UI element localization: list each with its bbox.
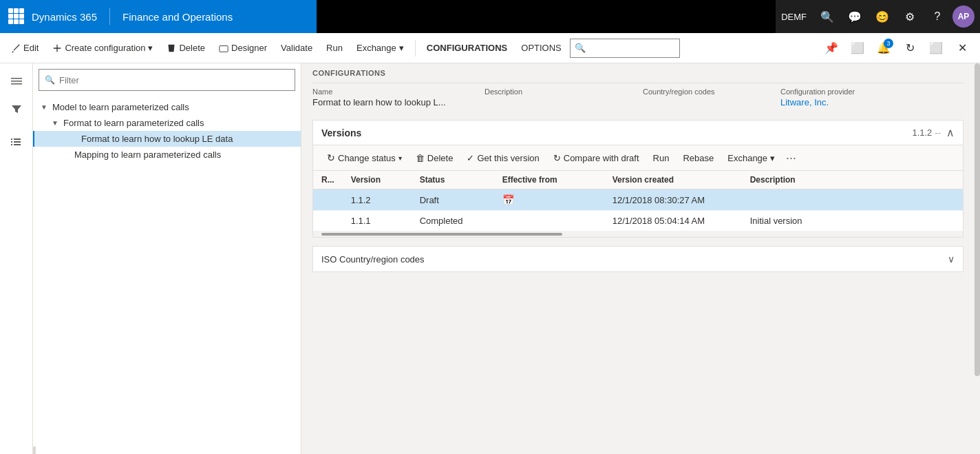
scrollbar-thumb[interactable] [974,63,980,376]
get-version-button[interactable]: ✓ Get this version [461,150,544,166]
iso-header[interactable]: ISO Country/region codes ∨ [313,247,963,271]
module-name: Finance and Operations [122,11,233,23]
filter-icon[interactable] [4,96,29,121]
more-actions-btn[interactable]: ··· [783,151,799,165]
versions-run-button[interactable]: Run [648,150,675,166]
svg-rect-2 [11,81,22,82]
calendar-icon[interactable]: 📅 [502,194,514,205]
right-scrollbar[interactable] [974,63,980,454]
change-status-label: Change status [338,153,396,163]
compare-draft-button[interactable]: ↻ Compare with draft [548,150,645,166]
tree-root-item[interactable]: ▼ Model to learn parameterized calls [33,99,301,115]
hamburger-menu-icon[interactable] [4,69,29,94]
config-provider-col: Configuration provider Litware, Inc. [780,87,963,107]
options-button[interactable]: OPTIONS [515,37,567,59]
versions-toolbar: ↻ Change status ▾ 🗑 Delete ✓ Get this ve… [313,145,963,171]
configurations-label: CONFIGURATIONS [427,43,507,53]
table-row[interactable]: 1.1.2Draft📅12/1/2018 08:30:27 AM [313,189,963,211]
options-label: OPTIONS [521,43,562,53]
create-config-button[interactable]: Create configuration ▾ [47,37,158,59]
sidebar-icons [0,63,33,454]
change-status-chevron[interactable]: ▾ [398,154,402,162]
versions-current-number: 1.1.2 [912,127,932,138]
tree-child1-2-label: Mapping to learn parameterized calls [74,149,221,160]
compare-draft-icon: ↻ [553,153,561,163]
versions-exchange-chevron: ▾ [770,153,775,163]
versions-table: R... Version Status Effective from Versi… [313,171,963,231]
top-bar-right: DEMF 🔍 💬 😊 ⚙ ? AP [776,0,980,33]
tree-root-label: Model to learn parameterized calls [52,102,189,112]
create-config-dropdown-icon[interactable]: ▾ [148,43,153,53]
face-icon-btn[interactable]: 😊 [870,4,895,29]
panel-resize-handle[interactable]: ⋮ [33,446,36,454]
exchange-dropdown-icon: ▾ [399,43,404,53]
exchange-label: Exchange [356,43,396,53]
cell-version: 1.1.2 [343,189,412,211]
cell-r [313,211,343,231]
iso-title: ISO Country/region codes [321,254,948,265]
tree-child1-arrow: ▼ [50,119,61,127]
expand-icon-btn[interactable]: ⬜ [924,36,948,61]
svg-rect-7 [14,141,21,143]
config-name-label: Name [312,87,484,96]
change-status-icon: ↻ [327,152,335,163]
close-icon-btn[interactable]: ✕ [950,36,974,61]
help-icon-btn[interactable]: ? [925,4,950,29]
cell-created: 12/1/2018 05:04:14 AM [604,211,742,231]
versions-table-wrapper: R... Version Status Effective from Versi… [313,171,963,231]
configurations-tab-button[interactable]: CONFIGURATIONS [421,37,513,59]
edit-button[interactable]: Edit [6,37,44,59]
horizontal-scrollbar[interactable] [313,231,963,237]
settings-icon-btn[interactable]: ⚙ [897,4,922,29]
office-icon-btn[interactable]: ⬜ [845,36,870,61]
config-country-col: Country/region codes [643,87,780,107]
rebase-button[interactable]: Rebase [677,150,719,166]
versions-exchange-button[interactable]: Exchange ▾ [722,150,780,166]
validate-button[interactable]: Validate [275,37,318,59]
iso-section: ISO Country/region codes ∨ [312,246,963,272]
delete-button[interactable]: Delete [161,37,211,59]
cell-status: Completed [412,211,494,231]
svg-rect-8 [11,144,12,145]
versions-delete-button[interactable]: 🗑 Delete [410,150,459,166]
designer-button[interactable]: Designer [213,37,273,59]
tree-child1-2-item[interactable]: Mapping to learn parameterized calls [33,147,301,163]
delete-icon [167,43,176,53]
get-version-label: Get this version [477,153,539,163]
svg-rect-6 [11,141,12,143]
get-version-icon: ✓ [467,153,474,163]
iso-chevron-icon[interactable]: ∨ [948,254,955,265]
tree-child1-label: Format to learn parameterized calls [63,118,204,128]
versions-collapse-btn[interactable]: ∧ [946,126,955,139]
search-input[interactable] [59,75,289,85]
rebase-label: Rebase [683,153,714,163]
chat-icon-btn[interactable]: 💬 [842,4,867,29]
pin-icon-btn[interactable]: 📌 [819,36,844,61]
col-header-desc[interactable]: Description [742,171,963,189]
col-header-effective[interactable]: Effective from [494,171,604,189]
tree-child1-1-item[interactable]: Format to learn how to lookup LE data [33,131,301,147]
search-icon-btn[interactable]: 🔍 [815,4,840,29]
change-status-button[interactable]: ↻ Change status ▾ [321,149,407,166]
col-header-version[interactable]: Version [343,171,412,189]
config-desc-label: Description [484,87,643,96]
col-header-status[interactable]: Status [412,171,494,189]
table-row[interactable]: 1.1.1Completed12/1/2018 05:04:14 AMIniti… [313,211,963,231]
run-button[interactable]: Run [321,37,348,59]
col-header-created[interactable]: Version created [604,171,742,189]
notification-icon-btn[interactable]: 🔔 3 [871,36,896,61]
refresh-icon-btn[interactable]: ↻ [897,36,922,61]
cell-effective: 📅 [494,189,604,211]
tree-child1-item[interactable]: ▼ Format to learn parameterized calls [33,115,301,131]
versions-delete-icon: 🗑 [416,153,425,163]
notification-badge: 3 [884,39,893,48]
scroll-thumb[interactable] [321,233,562,236]
tree-search-box[interactable]: 🔍 [39,69,295,91]
exchange-button[interactable]: Exchange ▾ [351,37,409,59]
list-icon[interactable] [4,130,29,154]
toolbar-search-box[interactable]: 🔍 [570,39,680,58]
versions-header: Versions 1.1.2 -- ∧ [313,121,963,145]
waffle-icon[interactable] [8,8,25,25]
avatar[interactable]: AP [952,6,974,28]
cell-r [313,189,343,211]
